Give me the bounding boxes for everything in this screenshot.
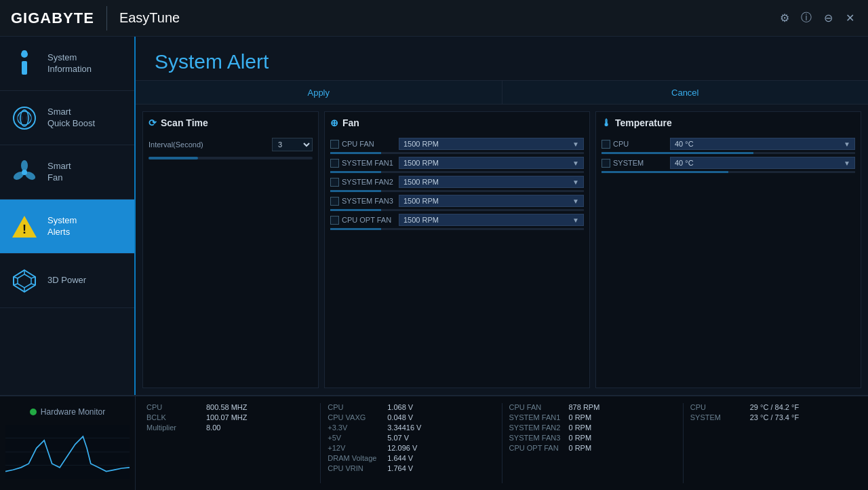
scan-progress-fill: [149, 157, 198, 159]
minimize-icon[interactable]: ⊖: [821, 11, 835, 26]
temp-item: CPU 40 °C ▼: [601, 138, 855, 154]
hw-data: CPU800.58 MHZBCLK100.07 MHZMultiplier8.0…: [136, 396, 868, 490]
action-bar: Apply Cancel: [136, 80, 868, 105]
fan-panel: ⊕ Fan CPU FAN 1500 RPM ▼ SYSTEM FAN1: [324, 111, 590, 388]
info-icon: i: [9, 49, 39, 79]
hw-row: +5V5.07 V: [328, 434, 494, 442]
hw-row: +12V12.096 V: [328, 444, 494, 452]
svg-point-3: [22, 50, 27, 56]
hw-row: BCLK100.07 MHZ: [146, 413, 313, 421]
hw-row: DRAM Voltage1.644 V: [328, 454, 494, 462]
interval-label: Interval(Second): [149, 140, 268, 149]
sidebar-item-3d-power[interactable]: 3D Power: [0, 254, 134, 308]
hw-divider-2: [502, 403, 502, 483]
fan-item: SYSTEM FAN2 1500 RPM ▼: [330, 176, 584, 192]
fan-checkbox-0[interactable]: [330, 140, 339, 149]
temp-item: SYSTEM 40 °C ▼: [601, 157, 855, 173]
hw-row: Multiplier8.00: [146, 423, 313, 432]
fan-item: CPU FAN 1500 RPM ▼: [330, 138, 584, 154]
fan-value-2: 1500 RPM ▼: [399, 176, 584, 188]
sidebar-label-3d-power: 3D Power: [47, 275, 86, 286]
hw-fan-col: CPU FAN878 RPMSYSTEM FAN10 RPMSYSTEM FAN…: [509, 403, 676, 483]
temp-title-icon: 🌡: [601, 117, 611, 128]
hw-temp-col: CPU29 °C / 84.2 °FSYSTEM23 °C / 73.4 °F: [690, 403, 857, 483]
close-icon[interactable]: ✕: [842, 11, 857, 26]
svg-point-4: [14, 107, 35, 129]
temp-value-0: 40 °C ▼: [670, 138, 855, 150]
hw-row: CPU OPT FAN0 RPM: [509, 444, 676, 452]
cancel-button[interactable]: Cancel: [502, 81, 869, 104]
hw-row: SYSTEM FAN30 RPM: [509, 434, 676, 442]
app-title: EasyTune: [119, 10, 180, 26]
hw-voltage-col: CPU1.068 VCPU VAXG0.048 V+3.3V3.34416 V+…: [328, 403, 494, 483]
fan-item: SYSTEM FAN3 1500 RPM ▼: [330, 195, 584, 211]
sidebar-label-system-alerts: SystemAlerts: [47, 215, 77, 238]
scan-progress-bg: [149, 157, 313, 159]
3d-power-icon: [9, 266, 39, 296]
svg-text:!: !: [22, 223, 26, 236]
settings-icon[interactable]: ⚙: [777, 11, 792, 26]
fan-items: CPU FAN 1500 RPM ▼ SYSTEM FAN1 1500 RPM …: [330, 138, 584, 230]
app-logo: GIGABYTE: [11, 10, 94, 27]
sidebar-label-system-information: SystemInformation: [47, 52, 92, 75]
fan-title-icon: ⊕: [330, 117, 338, 128]
title-divider: [106, 6, 107, 31]
fan-label-4: CPU OPT FAN: [342, 216, 396, 224]
hw-row: +3.3V3.34416 V: [328, 423, 494, 432]
fan-label-0: CPU FAN: [342, 140, 396, 148]
temp-items: CPU 40 °C ▼ SYSTEM 40 °C ▼: [601, 138, 855, 173]
temperature-panel: 🌡 Temperature CPU 40 °C ▼ SYSTEM: [595, 111, 861, 388]
interval-select[interactable]: 3 5 10: [272, 138, 313, 151]
fan-checkbox-4[interactable]: [330, 216, 339, 225]
fan-icon: [9, 157, 39, 187]
svg-point-10: [21, 160, 28, 171]
fan-item: SYSTEM FAN1 1500 RPM ▼: [330, 157, 584, 173]
sidebar-label-smart-quick-boost: SmartQuick Boost: [47, 107, 95, 130]
hw-row: CPU29 °C / 84.2 °F: [690, 403, 857, 411]
hw-graph: [5, 425, 130, 479]
fan-value-0: 1500 RPM ▼: [399, 138, 584, 150]
apply-button[interactable]: Apply: [136, 81, 502, 104]
boost-icon: [9, 103, 39, 133]
fan-checkbox-1[interactable]: [330, 159, 339, 168]
hw-dot: [30, 409, 37, 415]
scan-time-title: ⟳ Scan Time: [149, 117, 313, 131]
hw-row: CPU VRIN1.764 V: [328, 464, 494, 472]
sidebar-item-system-alerts[interactable]: ! SystemAlerts: [0, 200, 134, 254]
titlebar-controls: ⚙ ⓘ ⊖ ✕: [777, 11, 857, 26]
sidebar-item-smart-quick-boost[interactable]: SmartQuick Boost: [0, 91, 134, 145]
sidebar-item-system-information[interactable]: i SystemInformation: [0, 37, 134, 91]
fan-checkbox-2[interactable]: [330, 178, 339, 187]
hardware-monitor: Hardware Monitor CPU800.58 MHZBCLK100.07…: [0, 395, 868, 490]
hw-row: SYSTEM FAN10 RPM: [509, 413, 676, 421]
page-header: System Alert: [136, 37, 868, 80]
hw-cpu-col: CPU800.58 MHZBCLK100.07 MHZMultiplier8.0…: [146, 403, 313, 483]
temp-label-0: CPU: [613, 140, 667, 148]
hw-divider-3: [683, 403, 684, 483]
main-layout: i SystemInformation SmartQuick Boost: [0, 37, 868, 395]
temp-checkbox-0[interactable]: [601, 140, 610, 149]
hw-row: CPU800.58 MHZ: [146, 403, 313, 411]
interval-row: Interval(Second) 3 5 10: [149, 138, 313, 151]
hw-row: CPU VAXG0.048 V: [328, 413, 494, 421]
sidebar: i SystemInformation SmartQuick Boost: [0, 37, 136, 395]
hw-monitor-label: Hardware Monitor: [30, 407, 105, 417]
fan-label-3: SYSTEM FAN3: [342, 197, 396, 205]
fan-checkbox-3[interactable]: [330, 197, 339, 206]
temp-value-1: 40 °C ▼: [670, 157, 855, 169]
temp-title: 🌡 Temperature: [601, 117, 855, 131]
sidebar-item-smart-fan[interactable]: SmartFan: [0, 145, 134, 200]
info-icon[interactable]: ⓘ: [799, 11, 814, 26]
page-title: System Alert: [155, 50, 849, 73]
svg-rect-2: [22, 61, 27, 75]
fan-item: CPU OPT FAN 1500 RPM ▼: [330, 214, 584, 230]
hw-monitor-label-area: Hardware Monitor: [0, 396, 136, 490]
fan-value-3: 1500 RPM ▼: [399, 195, 584, 207]
hw-divider-1: [320, 403, 321, 483]
temp-checkbox-1[interactable]: [601, 159, 610, 168]
hw-row: SYSTEM FAN20 RPM: [509, 423, 676, 432]
panels-container: ⟳ Scan Time Interval(Second) 3 5 10: [136, 105, 868, 395]
content-area: System Alert Apply Cancel ⟳ Scan Time In…: [136, 37, 868, 395]
sidebar-label-smart-fan: SmartFan: [47, 161, 71, 184]
scan-time-icon: ⟳: [149, 117, 157, 128]
